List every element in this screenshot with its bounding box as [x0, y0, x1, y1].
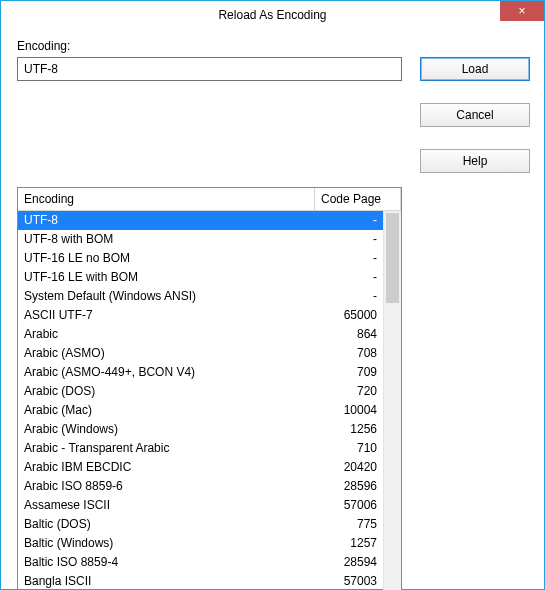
list-header: Encoding Code Page — [18, 188, 401, 211]
close-button[interactable]: × — [500, 1, 544, 21]
code-page-value: 1256 — [308, 420, 383, 439]
list-body: UTF-8-UTF-8 with BOM-UTF-16 LE no BOM-UT… — [18, 211, 401, 590]
window-title: Reload As Encoding — [218, 8, 326, 22]
table-row[interactable]: UTF-16 LE with BOM- — [18, 268, 383, 287]
encoding-name: UTF-8 with BOM — [18, 230, 308, 249]
table-row[interactable]: UTF-8- — [18, 211, 383, 230]
column-header-encoding[interactable]: Encoding — [18, 188, 315, 210]
code-page-value: 709 — [308, 363, 383, 382]
table-row[interactable]: Baltic ISO 8859-428594 — [18, 553, 383, 572]
encoding-name: Arabic — [18, 325, 308, 344]
table-row[interactable]: Arabic ISO 8859-628596 — [18, 477, 383, 496]
code-page-value: 28596 — [308, 477, 383, 496]
titlebar: Reload As Encoding × — [1, 1, 544, 29]
scrollbar-thumb[interactable] — [386, 213, 399, 303]
encoding-name: Baltic (Windows) — [18, 534, 308, 553]
code-page-value: - — [308, 249, 383, 268]
dialog-body: Encoding: Load Cancel Help Encoding Code… — [1, 29, 544, 590]
table-row[interactable]: Baltic (Windows)1257 — [18, 534, 383, 553]
top-area: Encoding: Load Cancel Help — [17, 39, 530, 173]
code-page-value: 10004 — [308, 401, 383, 420]
code-page-value: 20420 — [308, 458, 383, 477]
table-row[interactable]: Arabic - Transparent Arabic710 — [18, 439, 383, 458]
table-row[interactable]: Bangla ISCII57003 — [18, 572, 383, 590]
encoding-name: UTF-16 LE no BOM — [18, 249, 308, 268]
table-row[interactable]: Arabic (Mac)10004 — [18, 401, 383, 420]
code-page-value: 1257 — [308, 534, 383, 553]
encoding-name: Arabic IBM EBCDIC — [18, 458, 308, 477]
code-page-value: 57006 — [308, 496, 383, 515]
code-page-value: - — [308, 268, 383, 287]
encoding-name: Arabic ISO 8859-6 — [18, 477, 308, 496]
encoding-name: Bangla ISCII — [18, 572, 308, 590]
code-page-value: 710 — [308, 439, 383, 458]
table-row[interactable]: Arabic864 — [18, 325, 383, 344]
right-spacer — [420, 187, 530, 590]
close-icon: × — [518, 5, 525, 17]
encoding-name: Arabic (DOS) — [18, 382, 308, 401]
help-button[interactable]: Help — [420, 149, 530, 173]
code-page-value: 57003 — [308, 572, 383, 590]
table-row[interactable]: UTF-8 with BOM- — [18, 230, 383, 249]
code-page-value: 65000 — [308, 306, 383, 325]
vertical-scrollbar[interactable] — [383, 211, 401, 590]
cancel-button[interactable]: Cancel — [420, 103, 530, 127]
table-row[interactable]: Baltic (DOS)775 — [18, 515, 383, 534]
table-row[interactable]: UTF-16 LE no BOM- — [18, 249, 383, 268]
code-page-value: - — [308, 211, 383, 230]
list-rows: UTF-8-UTF-8 with BOM-UTF-16 LE no BOM-UT… — [18, 211, 383, 590]
load-button[interactable]: Load — [420, 57, 530, 81]
table-row[interactable]: Assamese ISCII57006 — [18, 496, 383, 515]
encoding-list[interactable]: Encoding Code Page UTF-8-UTF-8 with BOM-… — [17, 187, 402, 590]
encoding-name: Assamese ISCII — [18, 496, 308, 515]
code-page-value: 720 — [308, 382, 383, 401]
table-row[interactable]: Arabic IBM EBCDIC20420 — [18, 458, 383, 477]
code-page-value: 775 — [308, 515, 383, 534]
encoding-name: ASCII UTF-7 — [18, 306, 308, 325]
encoding-name: Baltic ISO 8859-4 — [18, 553, 308, 572]
code-page-value: 708 — [308, 344, 383, 363]
encoding-input[interactable] — [17, 57, 402, 81]
input-column: Encoding: — [17, 39, 402, 81]
dialog-window: Reload As Encoding × Encoding: Load Canc… — [0, 0, 545, 590]
table-row[interactable]: System Default (Windows ANSI)- — [18, 287, 383, 306]
encoding-name: Arabic (Windows) — [18, 420, 308, 439]
column-header-codepage[interactable]: Code Page — [315, 188, 401, 210]
encoding-name: Arabic - Transparent Arabic — [18, 439, 308, 458]
encoding-label: Encoding: — [17, 39, 402, 53]
encoding-name: Arabic (Mac) — [18, 401, 308, 420]
code-page-value: 864 — [308, 325, 383, 344]
encoding-name: System Default (Windows ANSI) — [18, 287, 308, 306]
code-page-value: - — [308, 230, 383, 249]
encoding-name: Baltic (DOS) — [18, 515, 308, 534]
button-column: Load Cancel Help — [420, 39, 530, 173]
table-row[interactable]: ASCII UTF-765000 — [18, 306, 383, 325]
encoding-name: UTF-16 LE with BOM — [18, 268, 308, 287]
list-area: Encoding Code Page UTF-8-UTF-8 with BOM-… — [17, 187, 530, 590]
code-page-value: - — [308, 287, 383, 306]
table-row[interactable]: Arabic (Windows)1256 — [18, 420, 383, 439]
encoding-name: Arabic (ASMO) — [18, 344, 308, 363]
encoding-name: UTF-8 — [18, 211, 308, 230]
table-row[interactable]: Arabic (DOS)720 — [18, 382, 383, 401]
encoding-name: Arabic (ASMO-449+, BCON V4) — [18, 363, 308, 382]
table-row[interactable]: Arabic (ASMO-449+, BCON V4)709 — [18, 363, 383, 382]
code-page-value: 28594 — [308, 553, 383, 572]
table-row[interactable]: Arabic (ASMO)708 — [18, 344, 383, 363]
